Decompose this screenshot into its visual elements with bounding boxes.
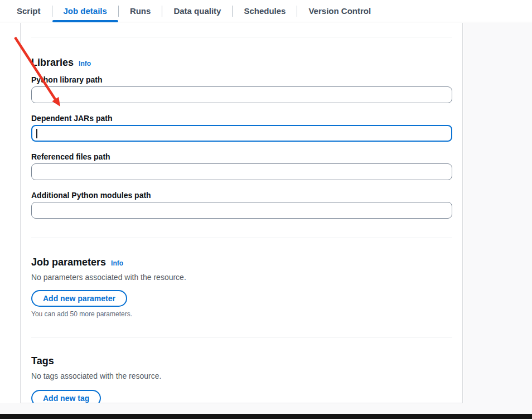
tab-schedules[interactable]: Schedules [233, 0, 297, 22]
text-cursor [36, 129, 37, 138]
job-parameters-heading: Job parameters [31, 256, 106, 268]
job-details-panel: Libraries Info Python library path Depen… [20, 23, 463, 403]
section-divider [31, 238, 452, 238]
libraries-fields: Python library path Dependent JARs path … [31, 74, 452, 219]
field-python-library-path: Python library path [31, 74, 452, 103]
add-new-parameter-button[interactable]: Add new parameter [31, 290, 127, 307]
libraries-info-link[interactable]: Info [79, 57, 91, 70]
field-referenced-files-path: Referenced files path [31, 151, 452, 180]
bottom-strip [0, 403, 532, 414]
tab-label: Runs [130, 6, 151, 16]
section-divider [31, 37, 452, 37]
job-parameters-hint: You can add 50 more parameters. [31, 310, 452, 318]
tab-runs[interactable]: Runs [119, 0, 162, 22]
job-parameters-info-link[interactable]: Info [111, 257, 123, 269]
additional-python-modules-path-input[interactable] [31, 202, 452, 219]
additional-python-modules-path-label: Additional Python modules path [31, 190, 452, 201]
field-dependent-jars-path: Dependent JARs path [31, 113, 452, 142]
right-gutter [463, 23, 532, 414]
tab-label: Script [17, 6, 41, 16]
dependent-jars-path-label: Dependent JARs path [31, 113, 452, 124]
tags-heading: Tags [31, 355, 54, 367]
tab-bar: Script Job details Runs Data quality Sch… [0, 0, 532, 22]
dependent-jars-path-input[interactable] [31, 125, 452, 142]
python-library-path-label: Python library path [31, 74, 452, 85]
section-divider [31, 337, 452, 337]
field-additional-python-modules-path: Additional Python modules path [31, 190, 452, 219]
tab-label: Schedules [244, 6, 286, 16]
add-new-tag-button[interactable]: Add new tag [31, 390, 101, 403]
tab-label: Data quality [173, 6, 221, 16]
tags-empty-text: No tags associated with the resource. [31, 370, 452, 382]
tab-label: Version Control [308, 6, 371, 16]
referenced-files-path-label: Referenced files path [31, 151, 452, 162]
job-parameters-empty-text: No parameters associated with the resour… [31, 272, 452, 283]
tab-data-quality[interactable]: Data quality [162, 0, 232, 22]
tab-version-control[interactable]: Version Control [297, 0, 382, 22]
python-library-path-input[interactable] [31, 86, 452, 103]
tab-label: Job details [64, 6, 107, 16]
libraries-heading: Libraries [31, 56, 74, 69]
referenced-files-path-input[interactable] [31, 163, 452, 180]
tab-script[interactable]: Script [17, 0, 52, 22]
tab-job-details[interactable]: Job details [52, 0, 118, 22]
window-bottom-bar [0, 414, 532, 419]
